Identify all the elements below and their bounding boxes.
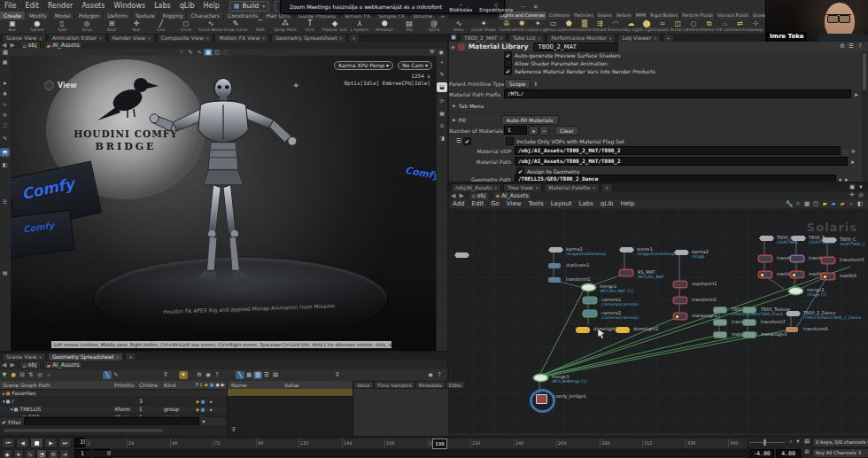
keys-summary-dropdown[interactable]: 0 keys, 0/0 channels ▾ [812,438,868,447]
shelf-tool[interactable]: @ Spiral [422,19,446,34]
menu-item[interactable]: Edit [20,2,43,10]
help-icon[interactable]: ? [856,43,864,50]
node-shape[interactable] [743,332,756,338]
rows-icon[interactable]: ☰ [262,371,271,379]
shelf-tool[interactable]: ✎ Draw Curve [223,19,248,34]
increment-button[interactable]: + [529,126,539,136]
tab[interactable]: Metadata [415,381,446,389]
shelf-tool[interactable]: ○ Circle [174,19,198,34]
pane-tab[interactable]: Geometry Spreadsheet▾ [48,353,123,361]
subframe-end-field[interactable]: 4.00 [776,449,801,458]
select-arrow-icon[interactable]: ▸ [210,406,213,413]
timeline-zoom-slider[interactable] [749,439,785,446]
wrench-icon[interactable]: 🔧 [785,200,794,208]
shelf-tab[interactable]: Particle Fluids [680,12,716,19]
shelf-tool[interactable]: ▤ File [397,19,422,34]
orange-badge-icon[interactable]: ▰ [838,200,847,208]
half-shade-icon[interactable]: ◨ [437,134,447,144]
shelf-tool[interactable]: ✦ Spot Light [530,19,546,34]
node-shape[interactable] [616,327,630,333]
shelf-tool[interactable]: ⇄ Switcher [732,19,748,34]
shelf-tab[interactable]: Viscous Fluids [716,12,751,19]
node-shape[interactable] [822,274,834,279]
check-icon[interactable]: ✔ [2,419,6,425]
table-icon[interactable]: ▦ [244,371,253,379]
shelf-tool[interactable]: ▒ Volume Light [577,19,593,34]
node-shape[interactable] [743,307,756,313]
menu-item[interactable]: File [0,2,20,10]
shelf-tool[interactable]: ◎ Torus [74,19,99,34]
number-of-materials-field[interactable]: 1 [504,126,527,135]
node-shape[interactable] [674,314,686,319]
column-header[interactable]: Kind [164,381,196,389]
viewport-3d[interactable]: HOUDINI COMFY BRIDGE ✦ Comfy Comfy Comfy [11,56,436,351]
sun-icon[interactable]: ☀ [179,371,188,379]
node-chooser-icon[interactable]: ⬚ [843,148,849,154]
shelf-tool[interactable]: ○ Ambient Light [686,19,701,34]
node-shape[interactable] [759,272,771,277]
shelf-tool[interactable]: ⇶ Distant Light [593,19,608,34]
scrollbar[interactable] [4,429,163,432]
prim-icon[interactable]: ● [9,371,18,379]
node-shape[interactable] [789,288,802,294]
node-shape[interactable] [759,236,774,241]
checkbox[interactable]: ✔ [504,67,512,75]
shelf-tab[interactable]: Lights and Cameras [499,12,547,19]
column-header[interactable]: Scene Graph Path [0,381,114,389]
shelf-tab[interactable]: Vellum [615,12,634,19]
hand-icon[interactable]: ✥ [0,89,10,98]
select-arrow-icon[interactable]: ➤ [854,91,858,97]
view-state-icon[interactable]: ◧ [0,160,10,169]
menu-item[interactable]: Windows [109,2,150,10]
node-shape[interactable] [822,237,837,243]
shelf-tool[interactable]: ⬢ Metaball [372,19,397,34]
checkbox[interactable]: ✔ [504,51,512,59]
gear-icon[interactable]: ⚙ [838,43,847,50]
grid-icon[interactable]: ▦ [802,200,811,208]
yellow-badge-icon[interactable]: ▰ [820,200,829,208]
column-header[interactable]: Primitiv [114,381,139,389]
menu-item[interactable]: Render [43,2,77,10]
scale-icon[interactable]: ⛶ [0,121,10,130]
forward-icon[interactable]: ▶ [10,361,14,369]
node-shape[interactable] [786,311,801,316]
expand-icon[interactable]: ⇅ [27,371,35,379]
tab[interactable]: Value [353,381,374,389]
timeline-ruler[interactable]: 1244872961201441681922162402642883123363… [85,438,748,449]
chevron-down-icon[interactable]: ▾ [856,183,865,191]
node-shape[interactable] [619,247,634,252]
maximize-icon[interactable]: ▣ [848,183,856,191]
panel-icon[interactable]: ▤ [271,371,280,379]
lock-icon[interactable]: ⬓ [437,82,447,92]
back-icon[interactable]: ◀ [451,192,455,199]
pencil-icon[interactable]: ✎ [437,70,447,80]
forward-icon[interactable]: ▶ [459,192,463,199]
panel-icon[interactable]: ▤ [0,268,10,277]
menu-item[interactable]: Labs [150,2,175,10]
node-shape[interactable] [791,272,803,277]
shelf-tab[interactable]: Rigging [159,12,188,19]
material-vop-field[interactable]: /obj/AI_Assets/T800_2_MAT/T800_2 [515,146,841,155]
shelf-tool[interactable]: ◫ Portal Light [670,19,686,34]
camera-select[interactable]: No Cam ▾ [398,61,432,70]
pane-tab[interactable]: Log Viewer▾ [617,34,661,42]
menu-item[interactable]: Assets [77,2,109,10]
table-row[interactable]: ▾ ◼ / 3 ◆ ■ · ▸ [0,398,227,406]
node-shape[interactable] [548,263,561,268]
tab[interactable]: Time Samples [374,381,415,389]
node-shape[interactable] [791,236,806,241]
node-shape[interactable] [620,270,632,276]
blue-badge-icon[interactable]: ▰ [829,200,838,208]
circle-icon[interactable]: ◎ [35,371,44,379]
pane-tab[interactable]: Render View▾ [108,34,155,42]
node-shape[interactable] [714,307,726,313]
disclosure-icon[interactable]: ▶ [453,117,456,122]
load-flag-icon[interactable]: ■ [201,398,205,405]
path-node[interactable]: ▰AI_Assets [492,191,532,200]
network-graph[interactable]: Solaris [449,208,868,433]
load-flag-icon[interactable]: ■ [201,406,205,413]
shelf-tool[interactable]: ▭ Area Light [546,19,562,34]
shelf-tab[interactable]: Polygon [75,12,105,19]
node-shape[interactable] [584,298,596,303]
refresh-icon[interactable]: ⟳ [437,97,447,106]
